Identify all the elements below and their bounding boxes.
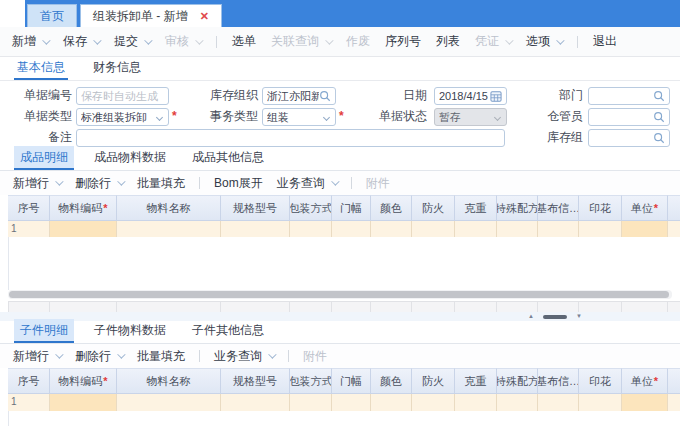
- tab-assembly-order[interactable]: 组装拆卸单 - 新增 ✕: [80, 4, 222, 27]
- cell-unit[interactable]: [622, 394, 668, 411]
- bom-expand-button[interactable]: Bom展开: [214, 175, 263, 192]
- cell-seq[interactable]: 1: [8, 221, 50, 237]
- cell-weight[interactable]: [455, 221, 497, 237]
- pick-order-button[interactable]: 选单: [232, 33, 256, 50]
- cell-spec-model[interactable]: [221, 394, 290, 411]
- column-header-fireproof: 防火: [412, 195, 455, 221]
- search-icon[interactable]: [653, 90, 665, 102]
- cell-base-cloth[interactable]: [538, 221, 579, 237]
- date-input[interactable]: 2018/4/15: [434, 87, 507, 105]
- toolbar-separator: [288, 350, 289, 362]
- column-header-fireproof: 防火: [412, 368, 455, 394]
- save-button[interactable]: 保存: [63, 33, 99, 50]
- cell-width[interactable]: [332, 221, 371, 237]
- cell-spec-model[interactable]: [221, 221, 290, 237]
- tab-home[interactable]: 首页: [27, 4, 77, 27]
- cell-color[interactable]: [371, 394, 412, 411]
- scrollbar-thumb[interactable]: [9, 291, 669, 298]
- list-button[interactable]: 列表: [436, 33, 460, 50]
- cell-weight[interactable]: [455, 394, 497, 411]
- product-grid-header: 序号 物料编码* 物料名称 规格型号 包装方式 门幅 颜色 防火 克重 特殊配方…: [8, 195, 680, 290]
- column-header-seq: 序号: [8, 368, 50, 394]
- search-icon[interactable]: [653, 111, 665, 123]
- tab-finance-info[interactable]: 财务信息: [90, 59, 144, 80]
- cell-material-code[interactable]: [50, 394, 117, 411]
- cell-special-formula[interactable]: [497, 394, 538, 411]
- add-row-button[interactable]: 新增行: [13, 348, 61, 365]
- column-header-spec-model: 规格型号: [221, 195, 290, 221]
- search-icon[interactable]: [319, 90, 331, 102]
- cell-color[interactable]: [371, 221, 412, 237]
- exit-button[interactable]: 退出: [593, 33, 617, 50]
- attachment-button: 附件: [303, 348, 327, 365]
- column-header-print: 印花: [579, 195, 622, 221]
- column-header-base-cloth: 基布信…: [538, 368, 579, 394]
- close-icon[interactable]: ✕: [200, 10, 209, 23]
- column-header-color: 颜色: [371, 368, 412, 394]
- cell-seq[interactable]: 1: [8, 394, 50, 411]
- options-button[interactable]: 选项: [526, 33, 562, 50]
- column-header-base-cloth: 基布信…: [538, 195, 579, 221]
- doc-no-input-field[interactable]: [81, 90, 164, 102]
- submit-button[interactable]: 提交: [114, 33, 150, 50]
- cell-fireproof[interactable]: [412, 394, 455, 411]
- remark-input-field[interactable]: [81, 132, 500, 144]
- batch-fill-button[interactable]: 批量填充: [137, 348, 185, 365]
- date-label: 日期: [350, 87, 427, 104]
- cell-material-name[interactable]: [117, 394, 221, 411]
- cell-print[interactable]: [579, 394, 622, 411]
- remark-input[interactable]: [76, 129, 505, 147]
- tab-product-other-info[interactable]: 成品其他信息: [186, 146, 270, 170]
- tab-basic-info[interactable]: 基本信息: [14, 59, 68, 80]
- remark-label: 备注: [0, 129, 72, 146]
- cell-packing[interactable]: [290, 221, 332, 237]
- tab-product-detail[interactable]: 成品明细: [14, 146, 74, 170]
- cell-packing[interactable]: [290, 394, 332, 411]
- serial-number-button[interactable]: 序列号: [385, 33, 421, 50]
- table-row: 1: [8, 221, 680, 237]
- tab-component-material-data[interactable]: 子件物料数据: [88, 319, 172, 343]
- calendar-icon[interactable]: [490, 91, 502, 102]
- delete-row-button[interactable]: 删除行: [75, 348, 123, 365]
- cell-print[interactable]: [579, 221, 622, 237]
- inventory-org-lookup[interactable]: 浙江亦阳新...: [262, 87, 336, 105]
- inventory-group-label: 库存组: [510, 129, 583, 146]
- column-header-material-code: 物料编码*: [50, 195, 117, 221]
- collapse-down-icon[interactable]: ▼: [576, 313, 582, 320]
- column-header-packing: 包装方式: [290, 368, 332, 394]
- search-icon[interactable]: [653, 132, 665, 144]
- cell-unit[interactable]: [622, 221, 668, 237]
- department-lookup[interactable]: [588, 87, 670, 105]
- column-header-width: 门幅: [332, 368, 371, 394]
- splitter-handle-icon[interactable]: [543, 315, 567, 319]
- chevron-down-icon: [144, 36, 152, 44]
- doc-no-input[interactable]: [76, 87, 169, 105]
- cell-width[interactable]: [332, 394, 371, 411]
- tab-component-other-info[interactable]: 子件其他信息: [186, 319, 270, 343]
- tab-component-detail[interactable]: 子件明细: [14, 319, 74, 343]
- batch-fill-button[interactable]: 批量填充: [137, 175, 185, 192]
- cell-material-name[interactable]: [117, 221, 221, 237]
- titlebar-background: 首页 组装拆卸单 - 新增 ✕: [25, 0, 680, 27]
- biz-query-button[interactable]: 业务查询: [214, 348, 274, 365]
- doc-type-select[interactable]: 标准组装拆卸: [76, 108, 169, 126]
- new-button[interactable]: 新增: [12, 33, 48, 50]
- cell-blank[interactable]: [668, 221, 680, 237]
- warehouse-keeper-lookup[interactable]: [588, 108, 670, 126]
- tab-product-material-data[interactable]: 成品物料数据: [88, 146, 172, 170]
- cell-fireproof[interactable]: [412, 221, 455, 237]
- collapse-up-icon[interactable]: ▲: [528, 313, 534, 320]
- cell-blank[interactable]: [668, 394, 680, 411]
- column-header-unit: 单位*: [622, 195, 668, 221]
- add-row-button[interactable]: 新增行: [13, 175, 61, 192]
- chevron-down-icon: [505, 36, 513, 44]
- inventory-group-lookup[interactable]: [588, 129, 670, 147]
- horizontal-scrollbar[interactable]: [8, 290, 672, 299]
- product-grid-body: [8, 237, 680, 290]
- delete-row-button[interactable]: 删除行: [75, 175, 123, 192]
- cell-material-code[interactable]: [50, 221, 117, 237]
- cell-base-cloth[interactable]: [538, 394, 579, 411]
- trans-type-select[interactable]: 组装: [262, 108, 336, 126]
- biz-query-button[interactable]: 业务查询: [277, 175, 337, 192]
- cell-special-formula[interactable]: [497, 221, 538, 237]
